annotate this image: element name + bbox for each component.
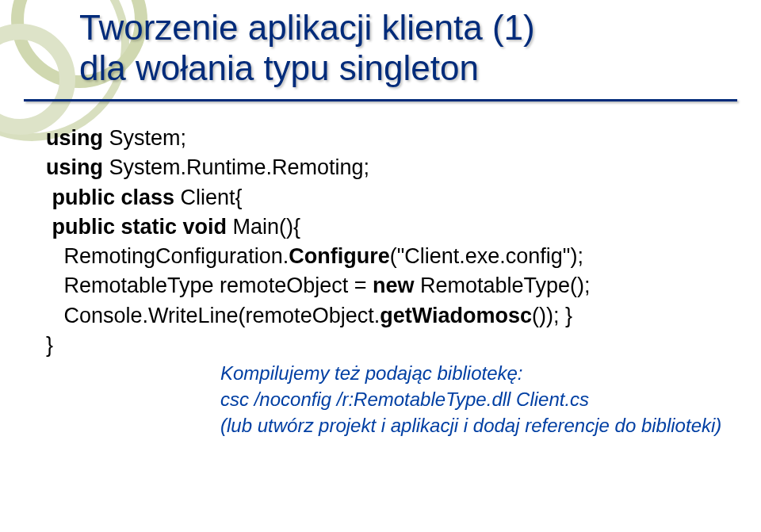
method-configure: Configure [289,244,390,268]
slide-title: Tworzenie aplikacji klienta (1) dla woła… [0,0,761,88]
title-line-1: Tworzenie aplikacji klienta (1) [79,8,535,47]
code-text: Client{ [174,186,243,209]
code-text: ("Client.exe.config"); [390,244,583,268]
code-text: System; [103,126,186,150]
code-text: ()); } [532,304,572,327]
code-text: } [46,333,53,357]
note-line-3: (lub utwórz projekt i aplikacji i dodaj … [46,412,729,438]
code-text: RemotableType remoteObject = [46,274,373,297]
code-text: System.Runtime.Remoting; [103,155,369,179]
code-text: RemotingConfiguration. [46,244,289,268]
code-text: RemotableType(); [414,274,590,297]
title-line-2: dla wołania typu singleton [79,48,479,87]
kw-using-1: using [46,126,103,150]
kw-new: new [373,274,415,297]
code-block: using System;using System.Runtime.Remoti… [0,101,761,438]
kw-class: public class [46,186,174,209]
code-text: Console.WriteLine(remoteObject. [46,304,380,327]
note-line-1: Kompilujemy też podając bibliotekę: [46,360,729,386]
kw-method-sig: public static void [46,215,227,239]
code-text: Main(){ [227,215,300,239]
method-getwiadomosc: getWiadomosc [380,304,532,327]
kw-using-2: using [46,155,103,179]
note-line-2: csc /noconfig /r:RemotableType.dll Clien… [46,386,729,412]
